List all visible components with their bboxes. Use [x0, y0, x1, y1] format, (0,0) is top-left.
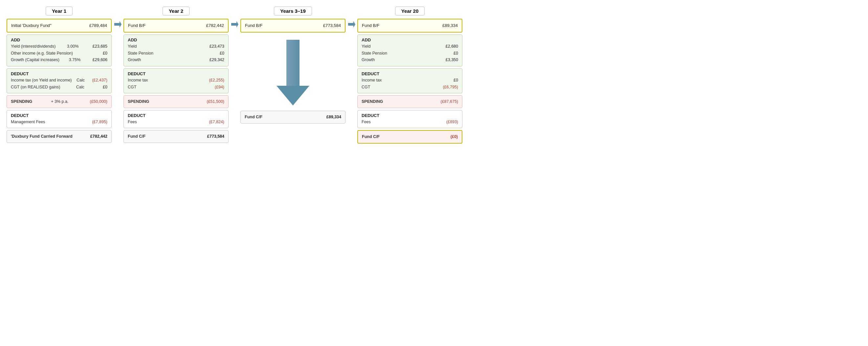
year20-bf-label: Fund B/F — [362, 22, 379, 29]
year1-label: Year 1 — [45, 6, 72, 16]
year20-deduct-title: DEDUCT — [362, 71, 458, 76]
year20-fees-label: Fees — [362, 119, 371, 125]
year1-income-tax-note: Calc — [76, 77, 85, 84]
year20-state-pension-row: State Pension £0 — [362, 50, 458, 57]
year20-income-tax-row: Income tax £0 — [362, 77, 458, 84]
year1-cgt-note: Calc — [76, 84, 84, 91]
year2-growth-row: Growth £29,342 — [128, 57, 224, 63]
year1-growth-label: Growth (Capital increases) — [11, 57, 59, 63]
year1-column: Year 1 Initial 'Duxbury Fund" £789,484 A… — [6, 6, 112, 145]
year20-column: Year 20 Fund B/F £89,334 ADD Yield £2,68… — [357, 6, 462, 146]
year2-income-tax-row: Income tax (£2,255) — [128, 77, 224, 84]
main-layout: Year 1 Initial 'Duxbury Fund" £789,484 A… — [6, 6, 862, 146]
arrow-year2-to-year3 — [228, 6, 240, 29]
svg-marker-4 — [348, 21, 355, 28]
big-down-arrow-container — [240, 40, 345, 106]
year2-spending-title: SPENDING — [128, 98, 149, 105]
years3-cf-row: Fund C/F £89,334 — [245, 114, 341, 121]
year1-deduct-title: DEDUCT — [11, 71, 107, 76]
years3-bf-card: Fund B/F £773,584 — [240, 19, 345, 32]
year2-cf-row: Fund C/F £773,584 — [128, 133, 224, 140]
year1-initial-fund-card: Initial 'Duxbury Fund" £789,484 — [6, 19, 112, 32]
years3-cf-value: £89,334 — [327, 114, 341, 121]
arrow-year1-to-year2 — [112, 6, 123, 29]
year20-spending-value: (£87,675) — [440, 98, 458, 105]
year2-yield-label: Yield — [128, 43, 136, 50]
years3-cf-card: Fund C/F £89,334 — [240, 111, 345, 123]
year2-cgt-label: CGT — [128, 84, 136, 91]
year20-spending-title: SPENDING — [362, 98, 383, 105]
year20-add-title: ADD — [362, 37, 458, 42]
year1-deduct-card: DEDUCT Income tax (on Yield and income) … — [6, 68, 112, 93]
year1-other-income-value: £0 — [103, 50, 107, 57]
svg-marker-1 — [231, 21, 239, 28]
year20-deduct-card: DEDUCT Income tax £0 CGT (£6,795) — [357, 68, 462, 93]
year2-deduct2-card: DEDUCT Fees (£7,824) — [123, 110, 228, 128]
year1-spending-title: SPENDING — [11, 98, 32, 105]
svg-marker-3 — [277, 86, 309, 106]
years3-19-label: Years 3–19 — [274, 6, 312, 16]
years3-bf-value: £773,584 — [323, 22, 341, 29]
year20-state-pension-label: State Pension — [362, 50, 387, 57]
svg-rect-2 — [286, 40, 300, 86]
year1-income-tax-label: Income tax (on Yield and income) — [11, 77, 72, 84]
year20-add-card: ADD Yield £2,680 State Pension £0 Growth… — [357, 34, 462, 66]
year20-bf-card: Fund B/F £89,334 — [357, 19, 462, 32]
year2-bf-value: £782,442 — [206, 22, 224, 29]
year20-spending-row: SPENDING (£87,675) — [362, 98, 458, 105]
year1-yield-pct: 3.00% — [67, 43, 79, 50]
year1-add-title: ADD — [11, 37, 107, 42]
year1-initial-fund-value: £789,484 — [89, 22, 107, 29]
arrow-year3-to-year20 — [345, 6, 357, 29]
year1-mgmt-row: Management Fees (£7,895) — [11, 119, 107, 125]
year1-cf-label: 'Duxbury Fund Carried Forward — [11, 133, 72, 140]
year20-growth-value: £3,350 — [446, 57, 458, 63]
year2-yield-row: Yield £23,473 — [128, 43, 224, 50]
year1-other-income-row: Other income (e.g. State Pension) £0 — [11, 50, 107, 57]
year2-spending-row: SPENDING (£51,500) — [128, 98, 224, 105]
year2-fees-value: (£7,824) — [209, 119, 224, 125]
year1-cf-card: 'Duxbury Fund Carried Forward £782,442 — [6, 130, 112, 143]
year2-state-pension-row: State Pension £0 — [128, 50, 224, 57]
year2-deduct-title: DEDUCT — [128, 71, 224, 76]
year1-yield-value: £23,685 — [93, 43, 107, 50]
year20-cf-value: (£0) — [451, 134, 458, 140]
year20-yield-value: £2,680 — [446, 43, 458, 50]
years3-bf-label: Fund B/F — [245, 22, 262, 29]
year1-growth-row: Growth (Capital increases) 3.75% £29,606 — [11, 57, 107, 63]
year1-spending-value: (£50,000) — [90, 98, 107, 105]
year20-state-pension-value: £0 — [454, 50, 458, 57]
year20-deduct2-title: DEDUCT — [362, 113, 458, 118]
years3-cf-label: Fund C/F — [245, 114, 262, 121]
year2-deduct-card: DEDUCT Income tax (£2,255) CGT (£94) — [123, 68, 228, 93]
year2-cf-label: Fund C/F — [128, 133, 146, 140]
year1-mgmt-value: (£7,895) — [92, 119, 107, 125]
year1-deduct2-card: DEDUCT Management Fees (£7,895) — [6, 110, 112, 128]
year1-income-tax-value: (£2,437) — [92, 77, 107, 84]
year2-add-card: ADD Yield £23,473 State Pension £0 Growt… — [123, 34, 228, 66]
year2-column: Year 2 Fund B/F £782,442 ADD Yield £23,4… — [123, 6, 228, 145]
year1-cf-value: £782,442 — [90, 133, 107, 140]
year1-cgt-row: CGT (on REALISED gains) Calc £0 — [11, 84, 107, 91]
year1-add-card: ADD Yield (interest/dividends) 3.00% £23… — [6, 34, 112, 66]
year20-cgt-label: CGT — [362, 84, 370, 91]
year2-yield-value: £23,473 — [210, 43, 224, 50]
year20-fees-row: Fees (£893) — [362, 119, 458, 125]
year1-mgmt-label: Management Fees — [11, 119, 45, 125]
year2-income-tax-label: Income tax — [128, 77, 148, 84]
arrow-right-icon3 — [347, 20, 356, 29]
year2-fees-label: Fees — [128, 119, 137, 125]
year2-bf-card: Fund B/F £782,442 — [123, 19, 228, 32]
arrow-right-icon2 — [230, 20, 239, 29]
year2-growth-value: £29,342 — [210, 57, 224, 63]
year20-label: Year 20 — [395, 6, 425, 16]
year2-income-tax-value: (£2,255) — [209, 77, 224, 84]
year2-label: Year 2 — [162, 6, 189, 16]
year1-cgt-value: £0 — [103, 84, 107, 91]
year20-fees-value: (£893) — [446, 119, 458, 125]
year2-fees-row: Fees (£7,824) — [128, 119, 224, 125]
year2-cgt-value: (£94) — [215, 84, 224, 91]
year2-bf-label: Fund B/F — [128, 22, 146, 29]
year1-spending-row: SPENDING + 3% p.a. (£50,000) — [11, 98, 107, 105]
year1-spending-note: + 3% p.a. — [51, 98, 68, 105]
